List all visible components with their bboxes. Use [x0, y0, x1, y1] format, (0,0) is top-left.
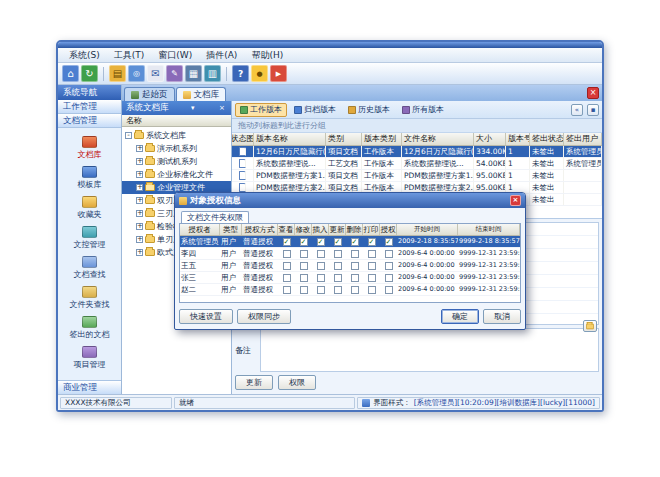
- column-header[interactable]: 授权: [380, 224, 397, 235]
- expand-icon[interactable]: [136, 236, 143, 243]
- sidebar-group-document[interactable]: 文档管理: [58, 114, 121, 128]
- close-tree-icon[interactable]: ×: [217, 104, 227, 112]
- view-checkbox[interactable]: [283, 274, 291, 282]
- archived-version-button[interactable]: 归档版本: [289, 103, 341, 117]
- delete-checkbox[interactable]: [351, 286, 359, 294]
- folder-icon[interactable]: [109, 65, 126, 82]
- column-header[interactable]: 删除: [346, 224, 363, 235]
- tree-item[interactable]: 企业标准化文件: [122, 168, 231, 181]
- quick-setup-button[interactable]: 快速设置: [179, 309, 233, 324]
- all-versions-button[interactable]: 所有版本: [397, 103, 449, 117]
- view-checkbox[interactable]: ✓: [283, 238, 291, 246]
- column-header[interactable]: 文件名称: [402, 133, 474, 145]
- refresh-icon[interactable]: [81, 65, 98, 82]
- column-header[interactable]: 版本类别: [362, 133, 402, 145]
- column-header[interactable]: 版本号: [506, 133, 530, 145]
- sidebar-item-document-library[interactable]: 文档库: [58, 132, 121, 162]
- grant-checkbox[interactable]: [385, 250, 393, 258]
- ok-button[interactable]: 确定: [441, 309, 479, 324]
- update-checkbox[interactable]: [334, 250, 342, 258]
- sidebar-group-work[interactable]: 工作管理: [58, 100, 121, 114]
- close-icon[interactable]: [587, 87, 599, 99]
- column-header[interactable]: 大小: [474, 133, 506, 145]
- column-header[interactable]: 开始时间: [397, 224, 458, 235]
- grant-checkbox[interactable]: ✓: [385, 238, 393, 246]
- tab-start-page[interactable]: 起始页: [124, 87, 175, 101]
- column-header[interactable]: 签出用户: [564, 133, 602, 145]
- exit-icon[interactable]: [270, 65, 287, 82]
- sidebar-item-favorites[interactable]: 收藏夹: [58, 192, 121, 222]
- collapse-icon[interactable]: [125, 132, 132, 139]
- tab-folder-permissions[interactable]: 文档文件夹权限: [181, 211, 249, 223]
- permission-row[interactable]: 系统管理员 用户 普通授权 ✓ ✓ ✓ ✓ ✓ ✓ ✓ 2009-2-18 8:…: [180, 236, 520, 248]
- tree-column-header[interactable]: 名称: [122, 115, 231, 127]
- dialog-titlebar[interactable]: 对象授权信息: [175, 193, 525, 208]
- print-checkbox[interactable]: [368, 250, 376, 258]
- column-header[interactable]: 授权方式: [242, 224, 278, 235]
- print-checkbox[interactable]: [368, 262, 376, 270]
- modify-checkbox[interactable]: [300, 274, 308, 282]
- working-version-button[interactable]: 工作版本: [235, 103, 287, 117]
- tab-document-library[interactable]: 文档库: [176, 87, 227, 101]
- home-icon[interactable]: [62, 65, 79, 82]
- print-checkbox[interactable]: [368, 286, 376, 294]
- menu-system[interactable]: 系统(S): [62, 48, 107, 62]
- sidebar-group-business[interactable]: 商业管理: [58, 380, 121, 394]
- search-icon[interactable]: [128, 65, 145, 82]
- modify-checkbox[interactable]: [300, 286, 308, 294]
- menu-window[interactable]: 窗口(W): [151, 48, 199, 62]
- sidebar-item-template-library[interactable]: 模板库: [58, 162, 121, 192]
- edit-icon[interactable]: [166, 65, 183, 82]
- modify-checkbox[interactable]: ✓: [300, 238, 308, 246]
- insert-checkbox[interactable]: [317, 250, 325, 258]
- sidebar-item-project-management[interactable]: 项目管理: [58, 342, 121, 372]
- insert-checkbox[interactable]: [317, 262, 325, 270]
- pin-icon[interactable]: ▾: [189, 104, 197, 112]
- column-header[interactable]: 类别: [326, 133, 362, 145]
- permission-row[interactable]: 李四 用户 普通授权 2009-6-4 0:00:00 9999-12-31 2…: [180, 248, 520, 260]
- print-checkbox[interactable]: [368, 274, 376, 282]
- permission-row[interactable]: 王五 用户 普通授权 2009-6-4 0:00:00 9999-12-31 2…: [180, 260, 520, 272]
- lock-icon[interactable]: [251, 65, 268, 82]
- sidebar-item-checked-out-docs[interactable]: 签出的文档: [58, 312, 121, 342]
- table-row[interactable]: 系统数据整理说... 工艺文档 工作版本 系统数据整理说... 54.00KB …: [232, 158, 602, 170]
- help-icon[interactable]: [232, 65, 249, 82]
- delete-checkbox[interactable]: ✓: [351, 238, 359, 246]
- column-header[interactable]: 类型: [220, 224, 242, 235]
- sidebar-item-doc-control[interactable]: 文控管理: [58, 222, 121, 252]
- expand-icon[interactable]: [136, 249, 143, 256]
- permission-sync-button[interactable]: 权限同步: [237, 309, 291, 324]
- calculator-icon[interactable]: [185, 65, 202, 82]
- expand-icon[interactable]: [136, 145, 143, 152]
- grant-checkbox[interactable]: [385, 286, 393, 294]
- permission-row[interactable]: 张三 用户 普通授权 2009-6-4 0:00:00 9999-12-31 2…: [180, 272, 520, 284]
- update-checkbox[interactable]: [334, 262, 342, 270]
- column-header[interactable]: 修改: [295, 224, 312, 235]
- column-header[interactable]: 状态图: [232, 133, 254, 145]
- expand-icon[interactable]: [136, 184, 143, 191]
- column-header[interactable]: 结束时间: [458, 224, 520, 235]
- column-header[interactable]: 版本名称: [254, 133, 326, 145]
- update-checkbox[interactable]: [334, 274, 342, 282]
- column-header[interactable]: 插入: [312, 224, 329, 235]
- column-header[interactable]: 打印: [363, 224, 380, 235]
- mail-icon[interactable]: [147, 65, 164, 82]
- expand-icon[interactable]: [136, 223, 143, 230]
- tree-item[interactable]: 演示机系列: [122, 142, 231, 155]
- view-checkbox[interactable]: [283, 286, 291, 294]
- update-checkbox[interactable]: [334, 286, 342, 294]
- delete-checkbox[interactable]: [351, 274, 359, 282]
- expand-icon[interactable]: [136, 171, 143, 178]
- modify-checkbox[interactable]: [300, 250, 308, 258]
- history-version-button[interactable]: 历史版本: [343, 103, 395, 117]
- grant-checkbox[interactable]: [385, 274, 393, 282]
- expand-icon[interactable]: [136, 210, 143, 217]
- modify-checkbox[interactable]: [300, 262, 308, 270]
- view-checkbox[interactable]: [283, 262, 291, 270]
- sidebar-item-doc-search[interactable]: 文档查找: [58, 252, 121, 282]
- insert-checkbox[interactable]: [317, 286, 325, 294]
- update-checkbox[interactable]: ✓: [334, 238, 342, 246]
- column-header[interactable]: 更新: [329, 224, 346, 235]
- expand-icon[interactable]: [136, 197, 143, 204]
- permission-row[interactable]: 赵二 用户 普通授权 2009-6-4 0:00:00 9999-12-31 2…: [180, 284, 520, 296]
